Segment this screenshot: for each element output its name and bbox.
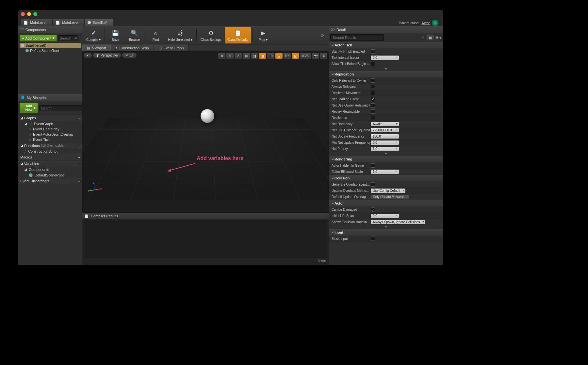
- compile-button[interactable]: ✔Compile ▾: [84, 27, 103, 43]
- grid-snap-value[interactable]: 10: [267, 53, 274, 59]
- category-rendering[interactable]: Rendering: [329, 156, 443, 162]
- dropdown[interactable]: Awake: [371, 122, 399, 126]
- class-settings-button[interactable]: ⚙Class Settings: [198, 27, 224, 43]
- perspective-button[interactable]: ◧Perspective: [93, 53, 121, 58]
- play-button[interactable]: ▶Play ▾: [254, 27, 272, 43]
- event-beginplay[interactable]: ◇Event BeginPlay: [18, 126, 82, 132]
- angle-snap-value[interactable]: 10°: [284, 53, 291, 59]
- number-field[interactable]: 0.0: [371, 56, 399, 60]
- checkbox[interactable]: [371, 78, 375, 83]
- rotate-tool-icon[interactable]: ⟲: [226, 53, 234, 59]
- checkbox[interactable]: [371, 103, 375, 108]
- minimize-icon[interactable]: [27, 12, 31, 16]
- checkbox[interactable]: [371, 62, 375, 66]
- hide-unrelated-button[interactable]: ⛓Hide Unrelated ▾: [165, 27, 195, 43]
- add-macro-button[interactable]: +: [78, 155, 80, 159]
- tab-mainlevel-1[interactable]: 📄MainLevel: [21, 19, 52, 26]
- scale-snap-value[interactable]: 0.25: [300, 53, 311, 59]
- number-field[interactable]: 0.0: [371, 214, 399, 218]
- details-header[interactable]: ⓘDetails: [329, 26, 443, 33]
- component-satellite-self[interactable]: Satellite(self): [20, 43, 81, 48]
- components-panel-header[interactable]: ⬚ Components: [18, 26, 82, 33]
- add-dispatcher-button[interactable]: +: [78, 179, 80, 183]
- viewport-canvas[interactable]: X Y Z Add variables here: [82, 61, 329, 212]
- my-blueprint-header[interactable]: 📘 My Blueprint: [18, 94, 82, 101]
- number-field[interactable]: 2.0: [371, 141, 399, 145]
- dropdown[interactable]: Always Spawn, Ignore Collisions: [371, 220, 425, 224]
- details-eye-icon[interactable]: 👁▾: [435, 35, 442, 40]
- variables-components-group[interactable]: ◢ Components: [18, 167, 82, 172]
- category-collision[interactable]: Collision: [329, 175, 443, 181]
- checkbox[interactable]: [371, 207, 375, 212]
- checkbox[interactable]: [371, 85, 375, 89]
- tab-satellite[interactable]: Satellite*: [85, 19, 113, 26]
- browse-button[interactable]: 🔍Browse: [125, 27, 143, 43]
- add-variable-button[interactable]: +: [78, 162, 80, 166]
- section-macros[interactable]: Macros+: [18, 154, 82, 160]
- camera-speed-value[interactable]: 4: [320, 53, 327, 59]
- expand-arrow-icon[interactable]: ▼: [329, 225, 443, 229]
- viewport-menu-button[interactable]: ▾: [84, 53, 92, 58]
- add-component-button[interactable]: + Add Component ▾: [20, 35, 57, 41]
- graph-eventgraph[interactable]: ◢ ⬚EventGraph: [18, 121, 82, 126]
- close-icon[interactable]: [21, 12, 25, 16]
- details-search-input[interactable]: [330, 34, 384, 41]
- section-event-dispatchers[interactable]: Event Dispatchers+: [18, 178, 82, 184]
- category-actor-tick[interactable]: Actor Tick: [329, 42, 443, 48]
- coord-space-icon[interactable]: ⊞: [243, 53, 250, 59]
- checkbox[interactable]: [371, 49, 375, 54]
- lit-button[interactable]: ☀Lit: [122, 53, 137, 58]
- property-matrix-icon[interactable]: ▦: [427, 35, 434, 41]
- compiler-results-body[interactable]: [84, 221, 327, 257]
- viewport[interactable]: ▾ ◧Perspective ☀Lit ✥ ⟲ ⤢ ⊞ ◨ ▦ 10 △ 10°…: [82, 52, 329, 212]
- tab-mainlevel-2[interactable]: 📄MainLevel: [53, 19, 84, 26]
- move-tool-icon[interactable]: ✥: [218, 53, 225, 59]
- checkbox[interactable]: [371, 109, 375, 114]
- add-function-button[interactable]: +: [78, 144, 80, 148]
- checkbox[interactable]: [371, 163, 375, 168]
- grid-snap-toggle-icon[interactable]: ▦: [259, 53, 266, 59]
- unreal-logo-icon[interactable]: [432, 20, 438, 26]
- tab-viewport[interactable]: ▦Viewport: [82, 44, 111, 51]
- tab-construction-script[interactable]: ƒConstruction Scrip: [111, 44, 154, 51]
- section-graphs[interactable]: ◢Graphs+: [18, 114, 82, 121]
- add-new-button[interactable]: +Add New▾: [20, 103, 38, 113]
- zoom-icon[interactable]: [33, 12, 37, 16]
- number-field[interactable]: 1.0: [371, 170, 399, 174]
- expand-arrow-icon[interactable]: ▼: [329, 152, 443, 156]
- checkbox[interactable]: [371, 91, 375, 95]
- angle-snap-toggle-icon[interactable]: △: [275, 53, 283, 59]
- class-defaults-button[interactable]: 📋Class Defaults: [225, 27, 251, 43]
- number-field[interactable]: 1.0: [371, 147, 399, 151]
- component-default-scene-root[interactable]: DefaultSceneRoot: [20, 48, 81, 53]
- orientation-gizmo[interactable]: X Y Z: [88, 183, 101, 196]
- compiler-results-header[interactable]: 📋Compiler Results: [82, 213, 329, 219]
- tab-event-graph[interactable]: ⬚Event Graph: [154, 44, 189, 51]
- category-replication[interactable]: Replication: [329, 71, 443, 77]
- number-field[interactable]: 225000000.0: [371, 128, 399, 132]
- category-actor[interactable]: Actor: [329, 200, 443, 207]
- function-construction-script[interactable]: ƒConstructionScript: [18, 149, 82, 154]
- clear-button[interactable]: Clear: [318, 259, 326, 265]
- event-actorbeginoverlap[interactable]: ◇Event ActorBeginOverlap: [18, 132, 82, 137]
- number-field[interactable]: 100.0: [371, 134, 399, 139]
- category-input[interactable]: Input: [329, 229, 443, 236]
- section-functions[interactable]: ◢Functions (18 Overridable)+: [18, 142, 82, 149]
- dropdown[interactable]: Use Config Default: [371, 189, 405, 193]
- scale-snap-toggle-icon[interactable]: ◱: [292, 53, 299, 59]
- scale-tool-icon[interactable]: ⤢: [235, 53, 242, 59]
- add-graph-button[interactable]: +: [78, 116, 80, 120]
- variable-defaultsceneroot[interactable]: ⬤DefaultSceneRoot: [18, 172, 82, 178]
- checkbox[interactable]: [371, 237, 375, 241]
- surface-snap-icon[interactable]: ◨: [251, 53, 258, 59]
- save-button[interactable]: 💾Save: [106, 27, 124, 43]
- checkbox[interactable]: [371, 97, 375, 101]
- section-variables[interactable]: ◢Variables+: [18, 160, 82, 167]
- expand-arrow-icon[interactable]: ▼: [329, 67, 443, 71]
- checkbox[interactable]: [371, 116, 375, 120]
- checkbox[interactable]: [371, 182, 375, 187]
- event-tick[interactable]: ◇Event Tick: [18, 137, 82, 142]
- toolbar-overflow-icon[interactable]: »: [317, 31, 327, 39]
- camera-speed-icon[interactable]: 📷: [312, 53, 319, 59]
- parent-class-link[interactable]: Actor: [421, 21, 430, 25]
